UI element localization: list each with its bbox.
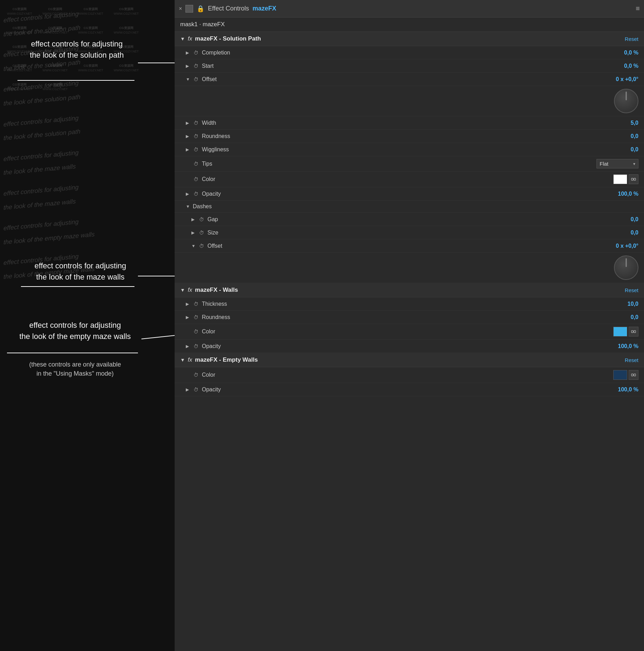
roundness-toggle[interactable]: ▶	[186, 134, 190, 139]
opacity-path-toggle[interactable]: ▶	[186, 191, 190, 196]
ctrl-gap: ▶ ⏱ Gap 0,0	[175, 213, 644, 226]
wiggliness-toggle[interactable]: ▶	[186, 147, 190, 152]
annotation-empty-walls-sub: (these controls are only availablein the…	[7, 360, 143, 378]
section-header-walls: ▼ fx mazeFX - Walls Reset	[175, 283, 644, 297]
wiggliness-value[interactable]: 0,0	[603, 146, 638, 153]
walls-roundness-value[interactable]: 0,0	[603, 314, 638, 320]
opacity-path-label: Opacity	[202, 191, 601, 197]
roundness-value[interactable]: 0,0	[603, 133, 638, 139]
color-path-stopwatch[interactable]: ⏱	[193, 176, 199, 182]
section-header-empty-walls: ▼ fx mazeFX - Empty Walls Reset	[175, 353, 644, 367]
opacity-path-stopwatch[interactable]: ⏱	[193, 191, 199, 197]
completion-stopwatch[interactable]: ⏱	[193, 50, 199, 56]
dashes-offset-value[interactable]: 0 x +0,0°	[603, 243, 638, 249]
offset-value[interactable]: 0 x +0,0°	[603, 76, 638, 82]
opacity-empty-walls-label: Opacity	[202, 386, 601, 393]
panel-name: mazeFX	[253, 5, 276, 12]
ctrl-offset: ▼ ⏱ Offset 0 x +0,0°	[175, 73, 644, 86]
dashes-offset-knob[interactable]	[614, 255, 638, 280]
ctrl-opacity-path: ▶ ⏱ Opacity 100,0 %	[175, 187, 644, 201]
thickness-label: Thickness	[202, 301, 601, 307]
section-toggle-empty-walls[interactable]: ▼	[180, 357, 185, 363]
opacity-walls-label: Opacity	[202, 343, 601, 349]
opacity-walls-value[interactable]: 100,0 %	[603, 343, 638, 349]
width-value[interactable]: 5,0	[603, 120, 638, 126]
start-label: Start	[202, 63, 601, 69]
color-empty-walls-swatch[interactable]	[613, 370, 627, 380]
opacity-empty-walls-toggle[interactable]: ▶	[186, 387, 190, 392]
completion-value[interactable]: 0,0 %	[603, 50, 638, 56]
title-bar: × 🔒 Effect Controls mazeFX ≡	[175, 0, 644, 17]
offset-toggle[interactable]: ▼	[186, 77, 190, 82]
tips-dropdown[interactable]: Flat ▾	[597, 159, 638, 168]
ctrl-opacity-empty-walls: ▶ ⏱ Opacity 100,0 %	[175, 383, 644, 396]
thickness-stopwatch[interactable]: ⏱	[193, 301, 199, 307]
dashes-offset-toggle[interactable]: ▼	[191, 244, 196, 248]
opacity-path-value[interactable]: 100,0 %	[603, 191, 638, 197]
wiggliness-stopwatch[interactable]: ⏱	[193, 147, 199, 152]
opacity-empty-walls-value[interactable]: 100,0 %	[603, 386, 638, 393]
ctrl-size: ▶ ⏱ Size 0,0	[175, 226, 644, 239]
gap-label: Gap	[207, 216, 601, 223]
svg-rect-10	[634, 331, 636, 333]
color-empty-walls-link-icon[interactable]	[629, 370, 638, 380]
section-toggle-walls[interactable]: ▼	[180, 287, 185, 293]
section-header-solution-path: ▼ fx mazeFX - Solution Path Reset	[175, 32, 644, 46]
thickness-toggle[interactable]: ▶	[186, 302, 190, 306]
ctrl-thickness: ▶ ⏱ Thickness 10,0	[175, 297, 644, 311]
offset-knob[interactable]	[614, 89, 638, 113]
start-toggle[interactable]: ▶	[186, 64, 190, 68]
section-fx-label: fx	[188, 36, 192, 42]
size-stopwatch[interactable]: ⏱	[198, 230, 205, 236]
svg-rect-12	[631, 374, 633, 376]
gap-toggle[interactable]: ▶	[191, 217, 196, 222]
ctrl-width: ▶ ⏱ Width 5,0	[175, 116, 644, 130]
section-reset-empty-walls[interactable]: Reset	[625, 357, 638, 363]
roundness-stopwatch[interactable]: ⏱	[193, 133, 199, 139]
ctrl-start: ▶ ⏱ Start 0,0 %	[175, 59, 644, 73]
start-stopwatch[interactable]: ⏱	[193, 63, 199, 69]
size-value[interactable]: 0,0	[603, 230, 638, 236]
completion-toggle[interactable]: ▶	[186, 50, 190, 55]
section-reset-walls[interactable]: Reset	[625, 287, 638, 293]
size-toggle[interactable]: ▶	[191, 230, 196, 235]
dashes-offset-stopwatch[interactable]: ⏱	[198, 243, 205, 249]
effect-controls-panel: × 🔒 Effect Controls mazeFX ≡ mask1 · maz…	[175, 0, 644, 651]
tips-stopwatch[interactable]: ⏱	[193, 161, 199, 167]
width-toggle[interactable]: ▶	[186, 121, 190, 125]
opacity-walls-toggle[interactable]: ▶	[186, 344, 190, 349]
ctrl-dashes-offset: ▼ ⏱ Offset 0 x +0,0°	[175, 239, 644, 253]
section-reset-solution-path[interactable]: Reset	[625, 36, 638, 42]
opacity-empty-walls-stopwatch[interactable]: ⏱	[193, 387, 199, 392]
dashes-header: ▼ Dashes	[175, 201, 644, 213]
ctrl-tips: ▶ ⏱ Tips Flat ▾	[175, 156, 644, 172]
color-path-swatch[interactable]	[613, 174, 627, 184]
ctrl-color-path: ▶ ⏱ Color	[175, 172, 644, 187]
gap-stopwatch[interactable]: ⏱	[198, 217, 205, 222]
walls-roundness-stopwatch[interactable]: ⏱	[193, 314, 199, 320]
dashes-toggle[interactable]: ▼	[186, 204, 190, 209]
section-title-solution-path: mazeFX - Solution Path	[195, 35, 622, 42]
color-walls-swatch[interactable]	[613, 327, 627, 337]
color-walls-link-icon[interactable]	[629, 327, 638, 337]
color-square[interactable]	[185, 5, 193, 13]
ctrl-completion: ▶ ⏱ Completion 0,0 %	[175, 46, 644, 59]
offset-stopwatch[interactable]: ⏱	[193, 77, 199, 82]
svg-rect-9	[631, 331, 633, 333]
close-button[interactable]: ×	[179, 6, 182, 12]
start-value[interactable]: 0,0 %	[603, 63, 638, 69]
menu-icon[interactable]: ≡	[636, 5, 640, 13]
section-toggle-solution-path[interactable]: ▼	[180, 36, 185, 42]
color-empty-walls-stopwatch[interactable]: ⏱	[193, 372, 199, 378]
tips-value: Flat	[600, 161, 608, 167]
color-walls-stopwatch[interactable]: ⏱	[193, 329, 199, 334]
walls-roundness-toggle[interactable]: ▶	[186, 315, 190, 320]
color-path-link-icon[interactable]	[629, 174, 638, 184]
width-stopwatch[interactable]: ⏱	[193, 120, 199, 126]
opacity-walls-stopwatch[interactable]: ⏱	[193, 343, 199, 349]
svg-rect-6	[631, 178, 633, 180]
knob-indicator	[626, 92, 627, 100]
gap-value[interactable]: 0,0	[603, 216, 638, 223]
thickness-value[interactable]: 10,0	[603, 301, 638, 307]
lock-icon[interactable]: 🔒	[197, 5, 204, 13]
